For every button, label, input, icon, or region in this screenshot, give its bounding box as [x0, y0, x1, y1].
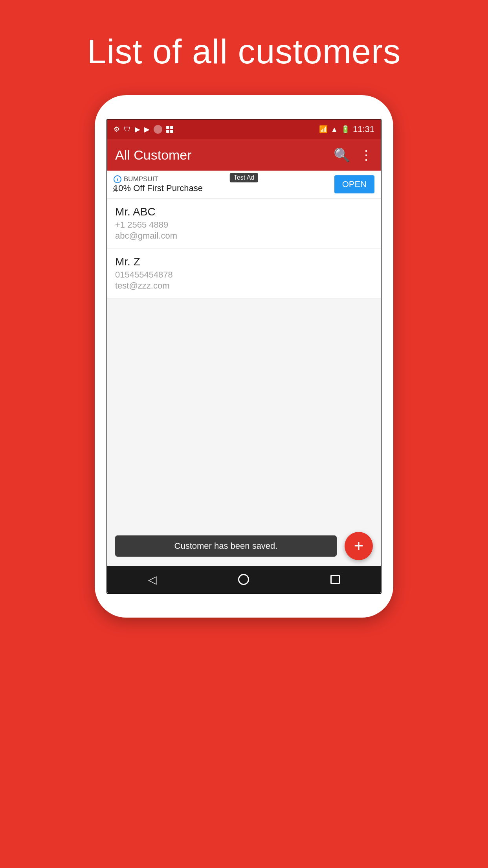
- ad-open-button[interactable]: OPEN: [334, 175, 374, 193]
- bottom-area: Customer has been saved. +: [107, 526, 381, 566]
- home-button[interactable]: [238, 574, 249, 585]
- snackbar: Customer has been saved.: [115, 535, 337, 557]
- back-button[interactable]: ◁: [148, 573, 157, 586]
- wifi-icon: 📶: [319, 125, 328, 134]
- more-options-icon[interactable]: ⋮: [360, 147, 373, 163]
- play-icon: [135, 125, 140, 134]
- empty-list-space: [107, 298, 381, 526]
- status-time: 11:31: [353, 124, 374, 134]
- ad-content: i BUMPSUIT 10% Off First Purchase ✕: [114, 175, 203, 193]
- gear-icon: [114, 125, 120, 134]
- customer-name: Mr. Z: [115, 256, 373, 268]
- recent-apps-button[interactable]: [330, 575, 340, 584]
- status-bar: 🛡 📶 ▲ 🔋 11:31: [107, 120, 381, 139]
- customer-phone: 015455454878: [115, 270, 373, 280]
- customer-email: abc@gmail.com: [115, 231, 373, 241]
- app-bar: All Customer 🔍 ⋮: [107, 139, 381, 171]
- status-icons-right: 📶 ▲ 🔋 11:31: [319, 124, 374, 134]
- customer-item[interactable]: Mr. ABC +1 2565 4889 abc@gmail.com: [107, 199, 381, 248]
- customer-email: test@zzz.com: [115, 281, 373, 291]
- phone-frame: 🛡 📶 ▲ 🔋 11:31 All Customer 🔍 ⋮: [95, 95, 393, 618]
- ad-text: 10% Off First Purchase: [114, 183, 203, 193]
- shield-icon: 🛡: [124, 125, 131, 134]
- add-customer-fab[interactable]: +: [345, 532, 373, 560]
- play-icon-2: [144, 125, 150, 134]
- app-bar-title: All Customer: [115, 147, 192, 163]
- ad-label: Test Ad: [230, 173, 258, 182]
- customer-name: Mr. ABC: [115, 206, 373, 218]
- ad-brand: i BUMPSUIT: [114, 175, 203, 183]
- customer-list: Mr. ABC +1 2565 4889 abc@gmail.com Mr. Z…: [107, 199, 381, 526]
- nav-bar: ◁: [107, 566, 381, 593]
- page-title: List of all customers: [87, 31, 401, 72]
- battery-icon: 🔋: [341, 125, 350, 134]
- app-bar-actions: 🔍 ⋮: [334, 147, 373, 163]
- phone-screen: 🛡 📶 ▲ 🔋 11:31 All Customer 🔍 ⋮: [106, 119, 382, 594]
- grid-icon: [166, 126, 173, 133]
- customer-phone: +1 2565 4889: [115, 220, 373, 230]
- ad-banner: Test Ad i BUMPSUIT 10% Off First Purchas…: [107, 171, 381, 199]
- signal-icon: ▲: [331, 125, 338, 134]
- info-icon[interactable]: i: [114, 175, 121, 183]
- search-icon[interactable]: 🔍: [334, 147, 350, 163]
- circle-indicator: [154, 125, 162, 134]
- customer-item[interactable]: Mr. Z 015455454878 test@zzz.com: [107, 248, 381, 298]
- status-icons-left: 🛡: [114, 125, 173, 134]
- ad-close-icon[interactable]: ✕: [112, 186, 118, 194]
